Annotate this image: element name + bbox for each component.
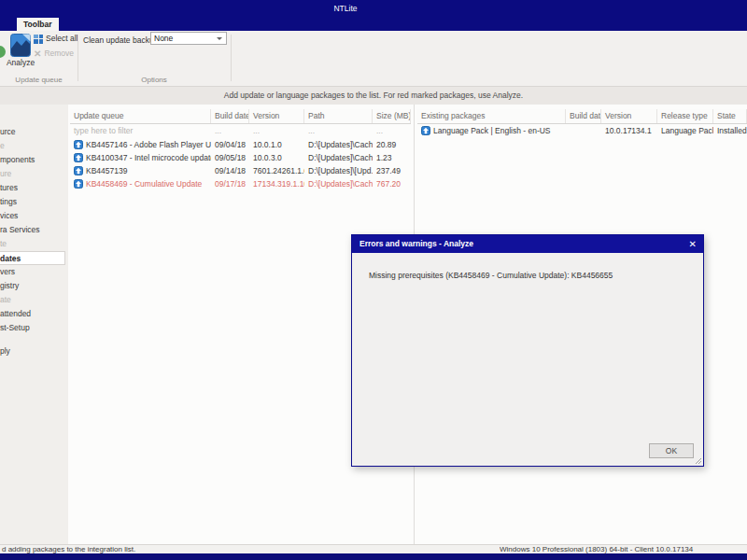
- sidebar-item[interactable]: gistry: [0, 279, 68, 293]
- select-all-button[interactable]: Select all: [34, 34, 78, 45]
- tab-toolbar[interactable]: Toolbar: [17, 18, 59, 31]
- sidebar-item[interactable]: st-Setup: [0, 321, 68, 335]
- filter-dots[interactable]: ...: [211, 124, 249, 138]
- ribbon: Analyze Select all ✕Remove Clean update …: [0, 31, 747, 87]
- sidebar-item[interactable]: dates: [0, 251, 65, 265]
- filter-dots[interactable]: ...: [373, 124, 411, 138]
- info-bar: Add update or language packages to the l…: [0, 87, 747, 105]
- package-version: 17134.319.1.10: [249, 177, 304, 190]
- sidebar-item-label: te: [0, 239, 7, 248]
- close-icon[interactable]: ✕: [689, 235, 697, 253]
- clean-backup-label: Clean update backup: [83, 35, 158, 46]
- sidebar-item-label: dates: [0, 254, 21, 263]
- package-name: KB4457139: [86, 164, 127, 177]
- column-header[interactable]: Version: [249, 109, 304, 123]
- sidebar-item[interactable]: ra Services: [0, 223, 68, 237]
- column-header[interactable]: Build date: [566, 109, 601, 123]
- sidebar-item[interactable]: te: [0, 237, 68, 251]
- sidebar-item-label: urce: [0, 127, 16, 136]
- table-row[interactable]: Language Pack | English - en-US 10.0.171…: [417, 124, 747, 137]
- clean-backup-select[interactable]: None: [150, 32, 227, 45]
- package-path: D:\[Updates]\Cach...: [304, 138, 373, 151]
- sidebar-item[interactable]: ate: [0, 293, 68, 307]
- sidebar-item[interactable]: ply: [0, 344, 68, 358]
- sidebar-item-label: tings: [0, 197, 17, 206]
- taskbar-strip[interactable]: [0, 553, 747, 560]
- package-version: 10.0.3.0: [249, 151, 304, 164]
- remove-x-icon: ✕: [34, 49, 41, 59]
- errors-warnings-dialog: Errors and warnings - Analyze ✕ Missing …: [351, 234, 704, 467]
- sidebar-items: urce e mponents ure tures tings vices ra…: [0, 125, 68, 358]
- ribbon-separator: [231, 35, 232, 81]
- dialog-message: Missing prerequisites (KB4458469 - Cumul…: [369, 271, 613, 280]
- column-header[interactable]: Existing packages: [417, 109, 566, 123]
- table-row[interactable]: KB4457146 - Adobe Flash Player Update 09…: [70, 138, 411, 151]
- ep-header-row: Existing packagesBuild dateVersionReleas…: [417, 109, 747, 124]
- sidebar-item-label: ra Services: [0, 225, 40, 234]
- sidebar-item-label: vers: [0, 267, 15, 276]
- sidebar-item[interactable]: e: [0, 139, 68, 153]
- uq-rows: KB4457146 - Adobe Flash Player Update 09…: [70, 138, 411, 190]
- sidebar-item-label: ate: [0, 295, 11, 304]
- package-name: Language Pack | English - en-US: [433, 124, 551, 137]
- sidebar-item[interactable]: urce: [0, 125, 68, 139]
- clean-backup-value: None: [154, 34, 173, 43]
- select-all-icon: [34, 35, 43, 44]
- sidebar-item-label: e: [0, 141, 5, 150]
- sidebar-item-label: attended: [0, 309, 31, 318]
- column-header[interactable]: Version: [601, 109, 657, 123]
- column-header[interactable]: Size (MB): [373, 109, 411, 123]
- package-version: 7601.24261.1.6: [249, 164, 304, 177]
- filter-dots[interactable]: ...: [249, 124, 304, 138]
- column-header[interactable]: Release type: [657, 109, 713, 123]
- update-package-icon: [74, 153, 83, 162]
- package-path: D:\[Updates]\Cach...: [304, 151, 373, 164]
- remove-button[interactable]: ✕Remove: [34, 49, 74, 60]
- ribbon-separator: [78, 35, 78, 81]
- sidebar-item[interactable]: tures: [0, 181, 68, 195]
- resize-grip-icon[interactable]: [695, 457, 702, 465]
- table-row[interactable]: KB4100347 - Intel microcode updates 09/0…: [70, 151, 411, 164]
- package-version: 10.0.1.0: [249, 138, 304, 151]
- package-name: KB4100347 - Intel microcode updates: [86, 151, 211, 164]
- sidebar: urce e mponents ure tures tings vices ra…: [0, 105, 68, 544]
- sidebar-item[interactable]: vices: [0, 209, 68, 223]
- filter-input[interactable]: type here to filter: [70, 124, 211, 138]
- column-header[interactable]: State: [713, 109, 747, 123]
- filter-dots[interactable]: ...: [304, 124, 373, 138]
- sidebar-item[interactable]: vers: [0, 265, 68, 279]
- column-header[interactable]: Update queue: [70, 109, 211, 123]
- sidebar-item[interactable]: attended: [0, 307, 68, 321]
- package-size: 1.23: [373, 151, 411, 164]
- package-release-type: Language Pack: [657, 124, 713, 137]
- sidebar-item-label: st-Setup: [0, 323, 30, 332]
- window-title: NTLite: [308, 4, 383, 13]
- package-path: D:\[Updates]\Cach...: [304, 177, 373, 190]
- group-label-update-queue: Update queue: [0, 76, 78, 84]
- status-message: d adding packages to the integration lis…: [2, 545, 135, 553]
- ok-button[interactable]: OK: [649, 443, 694, 458]
- table-row[interactable]: KB4457139 09/14/18 7601.24261.1.6 D:\[Up…: [70, 164, 411, 177]
- package-build-date: 09/17/18: [211, 177, 249, 190]
- package-name: KB4458469 - Cumulative Update: [86, 177, 202, 190]
- sidebar-item-label: gistry: [0, 281, 19, 290]
- column-header[interactable]: Build date: [211, 109, 249, 123]
- sidebar-item-label: ply: [0, 346, 10, 356]
- language-package-icon: [421, 126, 430, 135]
- package-name: KB4457146 - Adobe Flash Player Update: [86, 138, 211, 151]
- package-version: 10.0.17134.1: [601, 124, 657, 137]
- dialog-title: Errors and warnings - Analyze: [359, 235, 473, 253]
- package-build-date: 09/14/18: [211, 164, 249, 177]
- window-titlebar[interactable]: NTLite Toolbar: [0, 0, 747, 31]
- sidebar-item-label: mponents: [0, 155, 35, 164]
- sidebar-item-label: tures: [0, 183, 18, 192]
- sidebar-item[interactable]: tings: [0, 195, 68, 209]
- table-row[interactable]: KB4458469 - Cumulative Update 09/17/18 1…: [70, 177, 411, 190]
- sidebar-item[interactable]: mponents: [0, 153, 68, 167]
- update-package-icon: [74, 179, 83, 189]
- chevron-down-icon: [217, 37, 222, 40]
- dialog-titlebar[interactable]: Errors and warnings - Analyze ✕: [352, 235, 703, 253]
- uq-filter-row[interactable]: type here to filter ... ... ... ...: [70, 124, 411, 138]
- column-header[interactable]: Path: [304, 109, 373, 123]
- sidebar-item[interactable]: ure: [0, 167, 68, 181]
